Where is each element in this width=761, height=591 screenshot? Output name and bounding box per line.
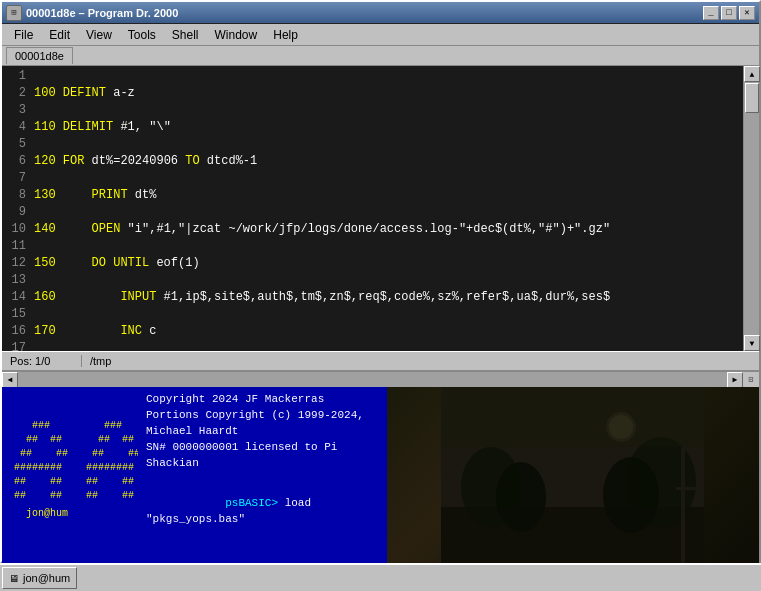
- editor-tab[interactable]: 00001d8e: [6, 47, 73, 64]
- maximize-button[interactable]: □: [721, 6, 737, 20]
- logo-art: ### ### ## ## ## ## ## ## ## ## ########…: [8, 419, 134, 503]
- close-button[interactable]: ✕: [739, 6, 755, 20]
- menu-window[interactable]: Window: [207, 26, 266, 44]
- svg-point-6: [603, 457, 659, 533]
- title-bar-controls: _ □ ✕: [703, 6, 755, 20]
- scroll-down-button[interactable]: ▼: [744, 335, 760, 351]
- tab-bar: 00001d8e: [2, 46, 759, 66]
- terminal-logo-area: ### ### ## ## ## ## ## ## ## ## ########…: [8, 391, 138, 591]
- menu-shell[interactable]: Shell: [164, 26, 207, 44]
- editor-container: 12345 678910 1112131415 1617181920 21 10…: [2, 66, 759, 351]
- background-image-area: [387, 387, 760, 591]
- title-bar-left: ⊞ 00001d8e – Program Dr. 2000: [6, 5, 178, 21]
- code-lines: 100 DEFINT a-z 110 DELIMIT #1, "\" 120 F…: [30, 66, 743, 351]
- menu-tools[interactable]: Tools: [120, 26, 164, 44]
- line-numbers: 12345 678910 1112131415 1617181920 21: [2, 66, 30, 351]
- app-icon: ⊞: [6, 5, 22, 21]
- terminal[interactable]: ### ### ## ## ## ## ## ## ## ## ########…: [2, 387, 387, 591]
- menu-file[interactable]: File: [6, 26, 41, 44]
- resize-icon: ⊡: [743, 372, 759, 388]
- menu-help[interactable]: Help: [265, 26, 306, 44]
- window-title: 00001d8e – Program Dr. 2000: [26, 7, 178, 19]
- terminal-inner: ### ### ## ## ## ## ## ## ## ## ########…: [8, 391, 381, 591]
- svg-point-4: [496, 462, 546, 532]
- svg-rect-9: [441, 387, 704, 447]
- vertical-scrollbar[interactable]: ▲ ▼: [743, 66, 759, 351]
- scroll-left-button[interactable]: ◀: [2, 372, 18, 388]
- bg-placeholder: [387, 387, 760, 591]
- menu-edit[interactable]: Edit: [41, 26, 78, 44]
- prompt-load: psBASIC> load "pkgs_yops.bas": [146, 479, 381, 543]
- scroll-track: [744, 82, 759, 335]
- code-content: 12345 678910 1112131415 1617181920 21 10…: [2, 66, 743, 351]
- title-bar: ⊞ 00001d8e – Program Dr. 2000 _ □ ✕: [2, 2, 759, 24]
- copyright-line2: Portions Copyright (c) 1999-2024, Michae…: [146, 407, 381, 439]
- taskbar-item-terminal[interactable]: 🖥 jon@hum: [2, 567, 77, 589]
- menu-view[interactable]: View: [78, 26, 120, 44]
- svg-rect-8: [676, 487, 704, 490]
- taskbar-label: jon@hum: [8, 507, 134, 521]
- copyright-line1: Copyright 2024 JF Mackerras: [146, 391, 381, 407]
- svg-point-11: [609, 415, 633, 439]
- main-window: ⊞ 00001d8e – Program Dr. 2000 _ □ ✕ File…: [0, 0, 761, 563]
- scroll-up-button[interactable]: ▲: [744, 66, 760, 82]
- taskbar-label-text: jon@hum: [23, 572, 70, 584]
- scroll-thumb[interactable]: [745, 83, 759, 113]
- status-bar: Pos: 1/0 /tmp: [2, 351, 759, 371]
- minimize-button[interactable]: _: [703, 6, 719, 20]
- horizontal-scrollbar[interactable]: ◀ ▶ ⊡: [2, 371, 759, 387]
- prompt-symbol-1: psBASIC>: [225, 497, 284, 509]
- terminal-text-area[interactable]: Copyright 2024 JF Mackerras Portions Cop…: [138, 391, 381, 591]
- menu-bar: File Edit View Tools Shell Window Help: [2, 24, 759, 46]
- bg-scene-svg: [441, 387, 704, 591]
- taskbar: 🖥 jon@hum: [0, 563, 761, 591]
- scroll-right-button[interactable]: ▶: [727, 372, 743, 388]
- cursor-position: Pos: 1/0: [2, 355, 82, 367]
- taskbar-icon: 🖥: [9, 573, 19, 584]
- file-path: /tmp: [82, 355, 759, 367]
- code-area[interactable]: 12345 678910 1112131415 1617181920 21 10…: [2, 66, 743, 351]
- h-scroll-track: [18, 372, 727, 387]
- serial-line: SN# 0000000001 licensed to Pi Shackian: [146, 439, 381, 471]
- bottom-area: ### ### ## ## ## ## ## ## ## ## ########…: [2, 387, 759, 591]
